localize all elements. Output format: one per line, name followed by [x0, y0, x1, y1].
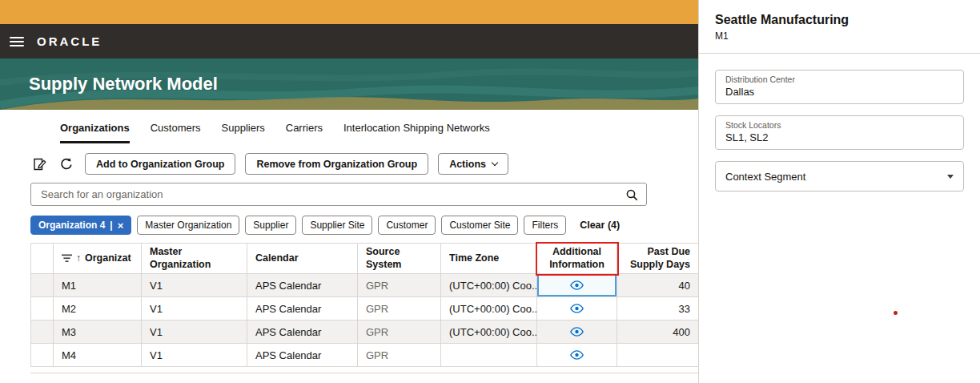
cell-master-organization[interactable]: V1: [142, 297, 247, 321]
chevron-down-icon: [492, 159, 498, 166]
tab-interlocation-shipping-networks[interactable]: Interlocation Shipping Networks: [343, 122, 490, 143]
cell-additional-information[interactable]: [537, 344, 617, 367]
eye-icon: [570, 280, 584, 290]
column-header-additional-information[interactable]: Additional Information: [537, 244, 617, 274]
table-row-m1[interactable]: M1 V1 APS Calendar GPR (UTC+00:00) Coo..…: [31, 274, 699, 297]
page-title: Supply Network Model: [29, 74, 218, 95]
cell-source-system[interactable]: GPR: [358, 274, 441, 297]
cell-time-zone[interactable]: [441, 344, 537, 367]
panel-title: Seattle Manufacturing: [715, 13, 964, 27]
filter-chip-customer[interactable]: Customer: [378, 216, 436, 235]
cell-organization[interactable]: M4: [54, 344, 142, 367]
cell-source-system[interactable]: GPR: [358, 321, 441, 344]
field-distribution-center[interactable]: Distribution Center Dallas: [715, 70, 964, 104]
main-region: ORACLE Supply Network Model Organization…: [0, 0, 698, 383]
column-header-organization-label: Organizat: [85, 252, 131, 265]
global-header: ORACLE: [0, 24, 698, 58]
view-additional-information-button[interactable]: [567, 302, 587, 316]
filter-chip-customer-site[interactable]: Customer Site: [441, 216, 518, 235]
eye-icon: [570, 327, 584, 337]
cell-past-due-supply-days[interactable]: [617, 344, 699, 367]
cell-past-due-supply-days[interactable]: 40: [617, 274, 699, 297]
row-select-cell[interactable]: [31, 297, 54, 321]
cell-past-due-supply-days[interactable]: 400: [617, 321, 699, 344]
cell-past-due-supply-days[interactable]: 33: [617, 297, 699, 321]
cell-master-organization[interactable]: V1: [142, 274, 247, 297]
column-header-master-organization[interactable]: Master Organization: [142, 244, 247, 274]
table-row-m4[interactable]: M4 V1 APS Calendar GPR: [31, 344, 699, 367]
cell-source-system[interactable]: GPR: [358, 297, 441, 321]
row-select-cell[interactable]: [31, 274, 54, 297]
clear-filters-link[interactable]: Clear (4): [580, 220, 620, 231]
field-stock-locators[interactable]: Stock Locators SL1, SL2: [715, 115, 964, 150]
column-header-time-zone[interactable]: Time Zone: [441, 244, 537, 274]
cell-calendar[interactable]: APS Calendar: [247, 297, 358, 321]
row-select-cell[interactable]: [31, 321, 54, 344]
cell-master-organization[interactable]: V1: [142, 321, 247, 344]
organizations-table: ↑ Organizat Master Organization Calendar…: [30, 243, 699, 367]
remove-filter-icon[interactable]: ×: [118, 220, 124, 231]
add-to-organization-group-button[interactable]: Add to Organization Group: [85, 153, 235, 175]
top-accent-bar: [0, 0, 698, 24]
cell-time-zone[interactable]: (UTC+00:00) Coo...: [441, 297, 537, 321]
view-additional-information-button[interactable]: [567, 279, 587, 292]
field-label-stock-locators: Stock Locators: [725, 120, 954, 130]
cell-time-zone[interactable]: (UTC+00:00) Coo...: [441, 321, 537, 344]
column-header-source-system[interactable]: Source System: [358, 244, 441, 274]
filters-button[interactable]: Filters: [524, 216, 566, 235]
table-header-row: ↑ Organizat Master Organization Calendar…: [31, 244, 699, 274]
tab-organizations[interactable]: Organizations: [60, 122, 130, 143]
cell-additional-information[interactable]: [537, 321, 617, 344]
tab-customers[interactable]: Customers: [151, 122, 201, 143]
view-additional-information-button[interactable]: [567, 349, 587, 362]
sort-ascending-icon[interactable]: ↑: [76, 252, 81, 264]
tab-suppliers[interactable]: Suppliers: [222, 122, 265, 143]
cell-source-system[interactable]: GPR: [358, 344, 441, 367]
edit-page-icon: [32, 157, 46, 171]
filter-chip-master-organization[interactable]: Master Organization: [137, 216, 239, 235]
cell-master-organization[interactable]: V1: [142, 344, 247, 367]
search-input[interactable]: [39, 187, 625, 201]
eye-icon: [570, 304, 584, 313]
cell-calendar[interactable]: APS Calendar: [247, 321, 358, 344]
table-bottom-border: [30, 373, 698, 373]
context-segment-dropdown-label: Context Segment: [725, 171, 805, 183]
app-root: ORACLE Supply Network Model Organization…: [0, 0, 980, 383]
filter-icon[interactable]: [62, 254, 72, 263]
context-segment-dropdown[interactable]: Context Segment: [715, 161, 964, 192]
panel-divider: [699, 53, 980, 54]
active-filter-chip-organization-4[interactable]: Organization 4 | ×: [30, 216, 131, 235]
tab-carriers[interactable]: Carriers: [286, 122, 323, 143]
oracle-logo: ORACLE: [37, 34, 102, 48]
refresh-button[interactable]: [58, 155, 75, 173]
menu-icon[interactable]: [10, 37, 24, 46]
cell-time-zone[interactable]: (UTC+00:00) Coo...: [441, 274, 537, 297]
table-row-m2[interactable]: M2 V1 APS Calendar GPR (UTC+00:00) Coo..…: [31, 297, 699, 321]
filter-chip-supplier[interactable]: Supplier: [245, 216, 296, 235]
column-header-organization[interactable]: ↑ Organizat: [54, 244, 142, 274]
column-header-calendar[interactable]: Calendar: [247, 244, 358, 274]
filter-chip-supplier-site[interactable]: Supplier Site: [302, 216, 372, 235]
dropdown-caret-icon: [947, 175, 954, 179]
edit-page-button[interactable]: [30, 155, 48, 173]
detail-panel: Seattle Manufacturing M1 Distribution Ce…: [698, 0, 980, 383]
table-row-m3[interactable]: M3 V1 APS Calendar GPR (UTC+00:00) Coo..…: [31, 321, 699, 344]
cell-organization[interactable]: M3: [54, 321, 142, 344]
cell-organization[interactable]: M1: [54, 274, 142, 297]
toolbar: Add to Organization Group Remove from Or…: [30, 153, 698, 175]
row-select-cell[interactable]: [31, 344, 54, 367]
cell-additional-information[interactable]: [537, 274, 617, 297]
remove-from-organization-group-button[interactable]: Remove from Organization Group: [245, 153, 428, 175]
actions-button-label: Actions: [449, 159, 486, 170]
field-value-distribution-center: Dallas: [725, 86, 954, 98]
cell-calendar[interactable]: APS Calendar: [247, 274, 358, 297]
view-additional-information-button[interactable]: [567, 325, 587, 339]
cell-additional-information[interactable]: [537, 297, 617, 321]
cell-calendar[interactable]: APS Calendar: [247, 344, 358, 367]
search-box: [30, 183, 647, 206]
actions-button[interactable]: Actions: [438, 153, 508, 175]
search-icon[interactable]: [625, 188, 638, 201]
cell-organization[interactable]: M2: [54, 297, 142, 321]
column-header-past-due-supply-days[interactable]: Past Due Supply Days: [617, 244, 699, 274]
panel-subtitle: M1: [715, 30, 964, 42]
